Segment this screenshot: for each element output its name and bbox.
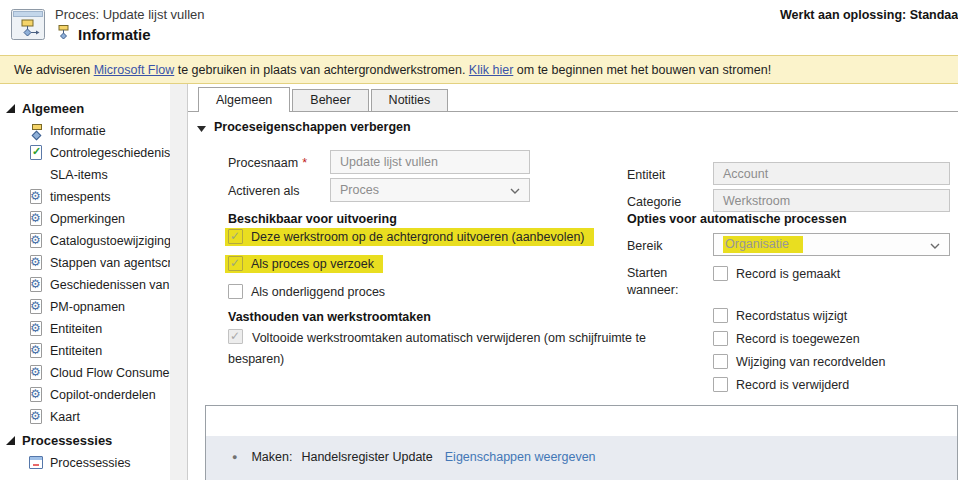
sidebar-item-processessies[interactable]: Processessies bbox=[0, 452, 170, 474]
recordstatus-checkbox[interactable] bbox=[713, 308, 728, 323]
bereik-select[interactable]: Organisatie bbox=[713, 233, 950, 256]
checkbox-label: Record is toegewezen bbox=[736, 332, 860, 346]
vasthouden-checkbox-row: Voltooide werkstroomtaken automatisch ve… bbox=[228, 328, 676, 370]
audit-icon bbox=[28, 145, 44, 161]
checkbox-row-record-toegewezen: Record is toegewezen bbox=[713, 329, 860, 348]
sidebar-item-label: Stappen van agentscri... bbox=[50, 256, 185, 270]
categorie-field[interactable]: Werkstroom bbox=[713, 189, 950, 212]
entity-gear-icon bbox=[28, 233, 44, 249]
workflow-icon bbox=[28, 123, 44, 139]
wijziging-recordvelden-checkbox[interactable] bbox=[713, 354, 728, 369]
vasthouden-checkbox[interactable] bbox=[228, 329, 243, 344]
checkbox-row-achtergrond: Deze werkstroom op de achtergrond uitvoe… bbox=[225, 228, 594, 246]
entity-gear-icon bbox=[28, 299, 44, 315]
process-window-icon bbox=[10, 6, 48, 48]
sidebar-item-pm-opnamen[interactable]: PM-opnamen bbox=[0, 296, 170, 318]
checkbox-label: Record is gemaakt bbox=[736, 267, 840, 281]
process-breadcrumb: Proces: Update lijst vullen bbox=[55, 7, 205, 22]
sidebar-item-timespents[interactable]: timespents bbox=[0, 186, 170, 208]
op-verzoek-checkbox[interactable] bbox=[228, 256, 243, 271]
checkbox-row-record-gemaakt: Record is gemaakt bbox=[713, 264, 840, 283]
entity-gear-icon bbox=[28, 409, 44, 425]
sidebar-item-opmerkingen[interactable]: Opmerkingen bbox=[0, 208, 170, 230]
entiteit-field[interactable]: Account bbox=[713, 162, 950, 185]
sidebar-item-kaart[interactable]: Kaart bbox=[0, 406, 170, 428]
tab-beheer[interactable]: Beheer bbox=[292, 89, 368, 111]
notification-text: We adviseren bbox=[14, 63, 94, 77]
sidebar-item-label: SLA-items bbox=[50, 168, 108, 182]
entity-gear-icon bbox=[28, 255, 44, 271]
sidebar-item-label: Geschiedenissen van ... bbox=[50, 278, 183, 292]
entity-gear-icon bbox=[28, 365, 44, 381]
entity-gear-icon bbox=[28, 343, 44, 359]
checkbox-label: Wijziging van recordvelden bbox=[736, 355, 885, 369]
sidebar-item-controlegeschiedenis[interactable]: Controlegeschiedenis bbox=[0, 142, 170, 164]
step-type: Maken: bbox=[251, 450, 292, 464]
entiteit-label: Entiteit bbox=[627, 168, 665, 182]
entity-gear-icon bbox=[28, 387, 44, 403]
sidebar-item-sla-items[interactable]: SLA-items bbox=[0, 164, 170, 186]
icon-spacer bbox=[28, 167, 44, 183]
achtergrond-checkbox[interactable] bbox=[228, 229, 243, 244]
sidebar-item-label: Processessies bbox=[50, 456, 131, 470]
toggle-label: Proceseigenschappen verbergen bbox=[214, 120, 411, 134]
sidebar-item-label: Entiteiten bbox=[50, 322, 102, 336]
klik-hier-link[interactable]: Klik hier bbox=[469, 63, 513, 77]
procesnaam-value: Update lijst vullen bbox=[340, 155, 438, 169]
tab-label: Algemeen bbox=[216, 93, 272, 107]
opties-section-title: Opties voor automatische processen bbox=[627, 212, 847, 226]
step-bullet-icon: ● bbox=[232, 450, 237, 465]
sidebar-item-cloud-flow-consumers[interactable]: Cloud Flow Consumers bbox=[0, 362, 170, 384]
activeren-als-select[interactable]: Proces bbox=[330, 178, 530, 202]
record-verwijderd-checkbox[interactable] bbox=[713, 377, 728, 392]
sidebar-section-algemeen[interactable]: Algemeen bbox=[0, 96, 170, 120]
categorie-value: Werkstroom bbox=[723, 194, 790, 208]
checkbox-label: Deze werkstroom op de achtergrond uitvoe… bbox=[251, 230, 585, 244]
tab-notities[interactable]: Notities bbox=[371, 89, 449, 111]
tab-bar: Algemeen Beheer Notities bbox=[188, 88, 958, 112]
sidebar-item-entiteiten-1[interactable]: Entiteiten bbox=[0, 318, 170, 340]
sidebar: Algemeen Informatie Controlegeschiedenis… bbox=[0, 84, 170, 480]
microsoft-flow-link[interactable]: Microsoft Flow bbox=[94, 63, 175, 77]
workflow-step-row[interactable]: ● Maken: Handelsregister Update Eigensch… bbox=[206, 436, 957, 480]
window-icon bbox=[28, 455, 44, 471]
collapse-arrow-icon bbox=[197, 118, 206, 136]
sidebar-item-stappen-van-agentscript[interactable]: Stappen van agentscri... bbox=[0, 252, 170, 274]
record-toegewezen-checkbox[interactable] bbox=[713, 331, 728, 346]
notification-bar: We adviseren Microsoft Flow te gebruiken… bbox=[0, 55, 958, 84]
vasthouden-section-title: Vasthouden van werkstroomtaken bbox=[228, 310, 431, 324]
procesnaam-field[interactable]: Update lijst vullen bbox=[330, 150, 530, 174]
starten-wanneer-label: Starten wanneer: bbox=[627, 265, 691, 299]
page-title-row: Informatie bbox=[55, 24, 151, 44]
notification-text: om te beginnen met het bouwen van strome… bbox=[513, 63, 771, 77]
sidebar-item-label: Entiteiten bbox=[50, 344, 102, 358]
eigenschappen-weergeven-link[interactable]: Eigenschappen weergeven bbox=[445, 450, 596, 464]
checkbox-label: Als proces op verzoek bbox=[251, 257, 374, 271]
categorie-label: Categorie bbox=[627, 195, 681, 209]
entity-gear-icon bbox=[28, 321, 44, 337]
sidebar-item-copilot-onderdelen[interactable]: Copilot-onderdelen bbox=[0, 384, 170, 406]
proceseigenschappen-toggle[interactable]: Proceseigenschappen verbergen bbox=[197, 118, 411, 136]
bereik-label: Bereik bbox=[627, 239, 662, 253]
sidebar-item-entiteiten-2[interactable]: Entiteiten bbox=[0, 340, 170, 362]
workflow-icon bbox=[55, 24, 71, 44]
sidebar-item-informatie[interactable]: Informatie bbox=[0, 120, 170, 142]
entity-gear-icon bbox=[28, 211, 44, 227]
entiteit-value: Account bbox=[723, 167, 768, 181]
working-on-solution-label: Werkt aan oplossing: Standaardopl bbox=[780, 8, 958, 22]
sidebar-scrollbar[interactable] bbox=[170, 84, 187, 480]
record-gemaakt-checkbox[interactable] bbox=[713, 266, 728, 281]
sidebar-item-catalogustoewijzigingen[interactable]: Catalogustoewijzigingen bbox=[0, 230, 170, 252]
required-asterisk: * bbox=[302, 156, 307, 170]
sidebar-item-label: Copilot-onderdelen bbox=[50, 388, 156, 402]
tab-algemeen[interactable]: Algemeen bbox=[198, 87, 290, 112]
sidebar-item-label: Cloud Flow Consumers bbox=[50, 366, 180, 380]
sidebar-section-processessies[interactable]: Processessies bbox=[0, 428, 170, 452]
onderliggend-checkbox[interactable] bbox=[228, 284, 243, 299]
entity-gear-icon bbox=[28, 277, 44, 293]
content-panel: Algemeen Beheer Notities Proceseigenscha… bbox=[187, 84, 958, 480]
sidebar-item-label: Opmerkingen bbox=[50, 212, 125, 226]
activeren-als-label: Activeren als bbox=[228, 184, 300, 198]
section-collapse-icon bbox=[6, 101, 15, 116]
sidebar-item-geschiedenissen-van[interactable]: Geschiedenissen van ... bbox=[0, 274, 170, 296]
